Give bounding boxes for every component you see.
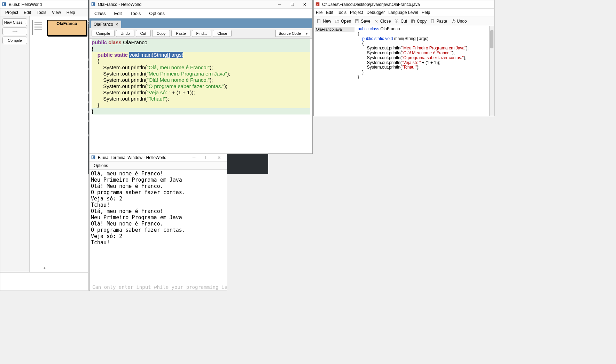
bluej-icon	[91, 2, 96, 7]
window-title: C:\Users\Franco\Desktop\java\drjava\OlaF…	[322, 2, 420, 7]
new-button[interactable]: New	[317, 19, 331, 24]
code-editor[interactable]: public class OlaFranco { public static v…	[356, 26, 494, 116]
save-button[interactable]: Save	[354, 19, 370, 24]
compile-button[interactable]: Compile	[2, 37, 27, 44]
close-button[interactable]: ✕	[298, 1, 311, 8]
menu-debugger[interactable]: Debugger	[366, 10, 385, 15]
menu-class[interactable]: Class	[94, 11, 106, 16]
menu-project[interactable]: Project	[350, 10, 363, 15]
svg-rect-3	[92, 2, 95, 6]
toolbar: New Open Save Close Cut Copy Paste Undo	[314, 16, 494, 26]
drjava-window: J C:\Users\Franco\Desktop\java\drjava\Ol…	[313, 0, 494, 116]
svg-point-24	[397, 22, 398, 23]
maximize-button[interactable]: ☐	[286, 1, 298, 8]
paste-button[interactable]: Paste	[171, 30, 190, 37]
menu-language-level[interactable]: Language Level	[388, 10, 418, 15]
input-hint: Can only enter input while your programm…	[89, 284, 227, 291]
svg-rect-20	[356, 19, 358, 21]
titlebar[interactable]: BlueJ: HelloWorld	[0, 0, 88, 9]
expand-icon[interactable]: ▲	[43, 266, 46, 270]
file-list-item[interactable]: OlaFranco.java	[315, 27, 354, 32]
menu-project[interactable]: Project	[2, 9, 21, 16]
arrow-tool-button[interactable]	[2, 27, 27, 35]
svg-marker-2	[16, 31, 17, 32]
new-class-button[interactable]: New Class...	[2, 18, 27, 26]
menu-tools[interactable]: Tools	[34, 9, 49, 16]
vertical-scrollbar[interactable]	[489, 26, 494, 116]
undo-button[interactable]: Undo	[451, 19, 467, 24]
menu-help[interactable]: Help	[64, 9, 78, 16]
bluej-editor-window: OlaFranco - HelloWorld ─ ☐ ✕ Class Edit …	[89, 0, 313, 154]
undo-button[interactable]: Undo	[116, 30, 134, 37]
menubar: Class Edit Tools Options	[89, 9, 312, 18]
bluej-project-window: BlueJ: HelloWorld Project Edit Tools Vie…	[0, 0, 88, 291]
tab-label: OlaFranco	[94, 22, 113, 27]
bluej-icon	[2, 2, 7, 7]
menu-tools[interactable]: Tools	[337, 10, 346, 15]
readme-icon[interactable]	[32, 20, 44, 35]
svg-rect-0	[2, 2, 6, 6]
compile-button[interactable]: Compile	[92, 30, 115, 37]
svg-rect-19	[318, 19, 320, 23]
window-title: BlueJ: HelloWorld	[9, 2, 42, 7]
terminal-output[interactable]: Olá, meu nome é Franco! Meu Primeiro Pro…	[89, 170, 227, 284]
close-button[interactable]: Close	[374, 19, 391, 24]
close-button[interactable]: Close	[213, 30, 232, 37]
close-button[interactable]: ✕	[213, 154, 225, 161]
minimize-button[interactable]: ─	[188, 154, 200, 161]
open-button[interactable]: Open	[335, 19, 351, 24]
editor-toolbar: Compile Undo Cut Copy Paste Find... Clos…	[89, 28, 312, 39]
object-bench[interactable]	[0, 272, 88, 291]
paste-button[interactable]: Paste	[430, 19, 447, 24]
drjava-icon: J	[315, 2, 321, 7]
window-title: OlaFranco - HelloWorld	[98, 2, 141, 7]
code-editor[interactable]: public class OlaFranco { public static v…	[89, 39, 312, 153]
view-mode-select[interactable]: Source Code	[275, 30, 310, 37]
class-diagram-canvas[interactable]: OlaFranco ▲	[30, 16, 88, 272]
svg-text:J: J	[317, 3, 318, 6]
titlebar[interactable]: J C:\Users\Franco\Desktop\java\drjava\Ol…	[314, 0, 494, 9]
menu-help[interactable]: Help	[422, 10, 430, 15]
svg-rect-29	[431, 19, 434, 23]
bluej-terminal-window: BlueJ: Terminal Window - HelloWorld ─ ☐ …	[89, 153, 227, 291]
window-title: BlueJ: Terminal Window - HelloWorld	[98, 155, 166, 160]
bluej-icon	[91, 155, 96, 160]
svg-rect-4	[92, 155, 95, 159]
menubar: File Edit Tools Project Debugger Languag…	[314, 9, 494, 16]
tab-strip: OlaFranco ✕	[89, 18, 312, 28]
minimize-button[interactable]: ─	[273, 1, 286, 8]
menu-edit[interactable]: Edit	[114, 11, 122, 16]
menu-file[interactable]: File	[316, 10, 322, 15]
file-list[interactable]: OlaFranco.java	[314, 26, 356, 116]
sidebar: New Class... Compile	[0, 16, 30, 272]
cut-button[interactable]: Cut	[136, 30, 151, 37]
menu-edit[interactable]: Edit	[326, 10, 333, 15]
menu-options[interactable]: Options	[149, 11, 165, 16]
class-box-olafranco[interactable]: OlaFranco	[47, 20, 87, 36]
menu-view[interactable]: View	[49, 9, 64, 16]
find-button[interactable]: Find...	[192, 30, 212, 37]
menubar: Project Edit Tools View Help	[0, 9, 88, 16]
titlebar[interactable]: BlueJ: Terminal Window - HelloWorld ─ ☐ …	[89, 153, 227, 162]
menu-edit[interactable]: Edit	[21, 9, 34, 16]
svg-marker-31	[452, 19, 454, 21]
class-box-label: OlaFranco	[56, 21, 77, 26]
svg-point-23	[395, 22, 397, 23]
svg-rect-28	[412, 20, 414, 23]
titlebar[interactable]: OlaFranco - HelloWorld ─ ☐ ✕	[89, 0, 312, 9]
tab-close-icon[interactable]: ✕	[115, 22, 118, 27]
copy-button[interactable]: Copy	[152, 30, 170, 37]
menu-options[interactable]: Options	[89, 162, 227, 170]
maximize-button[interactable]: ☐	[200, 154, 213, 161]
tab-olafranco[interactable]: OlaFranco ✕	[91, 21, 121, 28]
menu-tools[interactable]: Tools	[130, 11, 141, 16]
cut-button[interactable]: Cut	[394, 19, 407, 24]
copy-button[interactable]: Copy	[411, 19, 427, 24]
